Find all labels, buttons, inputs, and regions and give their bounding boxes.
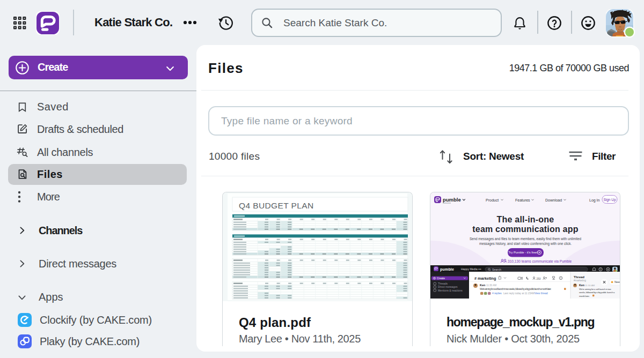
svg-text:Log In: Log In [589,198,600,203]
svg-text:Features: Features [515,198,530,202]
svg-text:team communication app: team communication app [472,225,578,234]
svg-text:weeks, followed by a big publi: weeks, followed by a big public launch a [579,291,615,294]
svg-text:253: 253 [537,278,541,280]
svg-text:Send messages and files to tea: Send messages and files to team members,… [470,237,582,241]
svg-text:Try Pumble - it's free!: Try Pumble - it's free! [508,251,538,254]
svg-text:Ken: Ken [480,284,485,287]
svg-text:We're aiming for a soft launch: We're aiming for a soft launch in two we… [480,288,551,290]
svg-text:# marketing: # marketing [474,276,496,281]
svg-text:The all-in-one: The all-in-one [497,215,554,224]
svg-text:Threads: Threads [438,282,448,285]
svg-text:Direct messages: Direct messages [438,286,458,288]
svg-text:We're aiming for a soft launch: We're aiming for a soft launch in two [579,288,611,290]
svg-text:310,130 teams communicate via: 310,130 teams communicate via Pumble [508,259,572,263]
svg-text:Thread: Thread [574,275,584,279]
svg-text:Last reply today at 11:15AM: Last reply today at 11:15AM [503,292,535,295]
svg-text:Ken: Ken [579,284,584,287]
svg-text:•••: ••• [478,267,481,271]
svg-text:pumble: pumble [440,267,454,272]
svg-text:Mentions & reactions: Mentions & reactions [438,289,463,292]
svg-text:Product: Product [486,198,499,202]
svg-text:?: ? [600,268,602,271]
svg-text:4 replies: 4 replies [492,292,502,295]
svg-text:#marketing: #marketing [574,279,586,282]
svg-text:Q4 BUDGET PLAN: Q4 BUDGET PLAN [239,201,314,210]
svg-text:pumble: pumble [443,197,461,203]
svg-text:Download: Download [545,198,562,202]
svg-text:View thread: View thread [535,292,548,295]
svg-text:11:30 AM: 11:30 AM [486,284,496,287]
svg-text:Create: Create [437,277,445,280]
svg-text:11:30 AM: 11:30 AM [585,284,595,287]
svg-text:messages history, and start vi: messages history, and start video confer… [479,242,572,246]
svg-text:Need an: Need an [614,281,620,284]
svg-text:Search: Search [492,268,501,271]
svg-text:Sign Up: Sign Up [603,198,616,202]
svg-text:month later.: month later. [579,295,590,297]
svg-text:Happy Media: Happy Media [461,267,478,271]
